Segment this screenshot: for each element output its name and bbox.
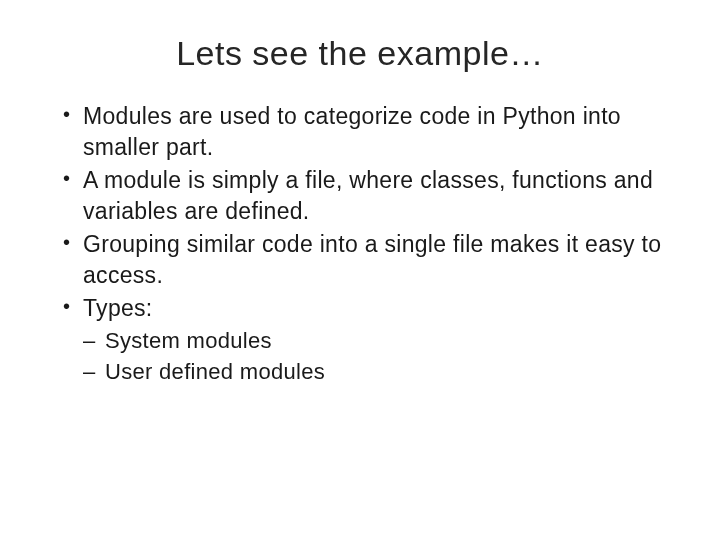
bullet-item: Types: System modules User defined modul… [63, 293, 675, 388]
bullet-item-label: Types: [83, 295, 153, 321]
sub-item: System modules [83, 326, 675, 357]
bullet-item: Modules are used to categorize code in P… [63, 101, 675, 163]
slide-container: Lets see the example… Modules are used t… [0, 0, 720, 540]
sub-list: System modules User defined modules [83, 326, 675, 388]
bullet-list: Modules are used to categorize code in P… [45, 101, 675, 388]
sub-item: User defined modules [83, 357, 675, 388]
bullet-item: A module is simply a file, where classes… [63, 165, 675, 227]
bullet-item: Grouping similar code into a single file… [63, 229, 675, 291]
slide-title: Lets see the example… [45, 34, 675, 73]
